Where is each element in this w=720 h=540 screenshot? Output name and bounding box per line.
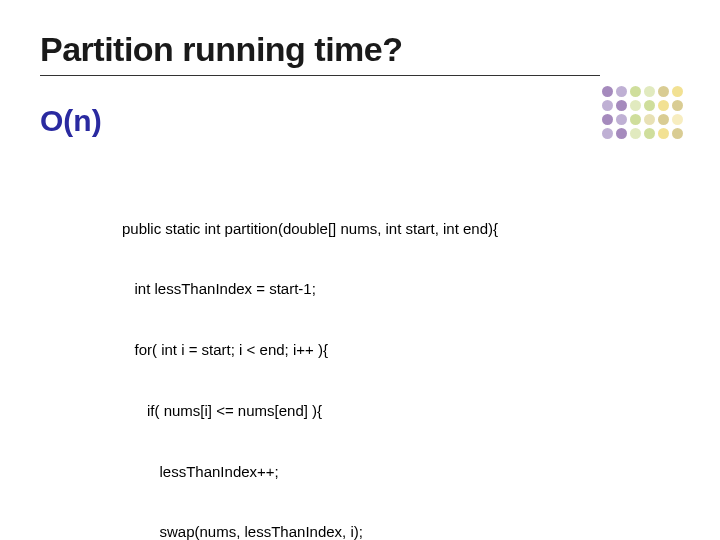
code-block: public static int partition(double[] num… bbox=[122, 178, 680, 540]
code-line: public static int partition(double[] num… bbox=[122, 219, 680, 239]
slide-subtitle: O(n) bbox=[40, 104, 680, 138]
slide-title: Partition running time? bbox=[40, 30, 680, 69]
decorative-dot-grid bbox=[602, 86, 686, 139]
code-line: lessThanIndex++; bbox=[122, 462, 680, 482]
code-line: if( nums[i] <= nums[end] ){ bbox=[122, 401, 680, 421]
code-line: swap(nums, lessThanIndex, i); bbox=[122, 522, 680, 540]
code-line: int lessThanIndex = start-1; bbox=[122, 279, 680, 299]
slide: Partition running time? O(n) public stat… bbox=[0, 0, 720, 540]
title-underline bbox=[40, 75, 600, 76]
code-line: for( int i = start; i < end; i++ ){ bbox=[122, 340, 680, 360]
